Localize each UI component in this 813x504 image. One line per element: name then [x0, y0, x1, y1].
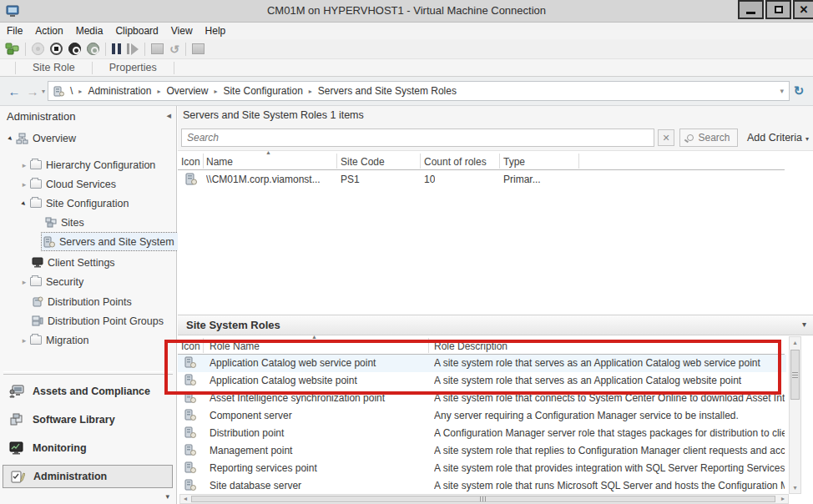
back-button[interactable]: ← — [5, 82, 23, 100]
scroll-up-icon[interactable]: ▴ — [790, 337, 800, 348]
column-count-of-roles[interactable]: Count of roles — [424, 156, 487, 168]
tab-properties[interactable]: Properties — [93, 62, 174, 73]
servers-table-header: Icon ▲ Name Site Code Count of roles Typ… — [178, 152, 785, 170]
sidebar-item-security[interactable]: ▸ Security — [20, 273, 83, 290]
ctrl-alt-del-icon[interactable] — [5, 43, 19, 55]
role-row-distribution-point[interactable]: Distribution point A Configuration Manag… — [178, 425, 786, 442]
column-name[interactable]: Name — [206, 156, 233, 168]
search-input[interactable] — [181, 129, 654, 147]
workspace-splitter[interactable] — [3, 371, 173, 375]
sidebar-item-label: Distribution Points — [48, 296, 132, 308]
sidebar-item-cloud-services[interactable]: ▸ Cloud Services — [20, 175, 116, 193]
start-vm-icon[interactable] — [32, 43, 44, 55]
sidebar-item-client-settings[interactable]: Client Settings — [30, 254, 115, 271]
clear-search-icon[interactable]: ✕ — [658, 129, 674, 146]
vertical-scrollbar-thumb[interactable] — [790, 350, 800, 400]
search-bar: ✕ Search Add Criteria▾ — [178, 125, 813, 151]
scroll-right-icon[interactable]: ▸ — [778, 495, 788, 503]
cell-site-code: PS1 — [341, 174, 360, 185]
breadcrumb-separator-icon: ▸ — [214, 88, 217, 95]
server-row[interactable]: \\CM01M.corp.viamonst... PS1 10 Primar..… — [178, 171, 785, 189]
scroll-left-icon[interactable]: ◂ — [180, 495, 190, 503]
workspace-administration[interactable]: Administration — [3, 465, 173, 488]
sidebar-item-overview[interactable]: ▸ Overview — [7, 129, 76, 147]
collapsed-icon[interactable]: ▸ — [20, 180, 28, 189]
search-button[interactable]: Search — [679, 129, 738, 147]
workspace-monitoring[interactable]: Monitoring — [3, 436, 173, 460]
revert-icon[interactable]: ↺ — [169, 43, 179, 55]
breadcrumb-overview[interactable]: Overview — [166, 85, 208, 97]
breadcrumb-administration[interactable]: Administration — [88, 85, 151, 97]
tab-site-role[interactable]: Site Role — [16, 62, 92, 73]
roles-panel-header[interactable]: Site System Roles ▾ — [178, 315, 813, 335]
role-row-site-database-server[interactable]: Site database server A site system role … — [178, 477, 786, 495]
workspace-software-library[interactable]: Software Library — [3, 408, 173, 431]
menu-media[interactable]: Media — [76, 25, 104, 37]
role-row-management-point[interactable]: Management point A site system role that… — [178, 442, 786, 460]
sidebar-item-hierarchy-configuration[interactable]: ▸ Hierarchy Configuration — [20, 156, 155, 174]
menu-file[interactable]: File — [7, 25, 23, 37]
vm-connection-window: CM01M on HYPERVHOST1 - Virtual Machine C… — [0, 0, 813, 504]
close-button[interactable]: ✕ — [793, 0, 813, 19]
history-dropdown-icon[interactable]: ▾ — [42, 88, 45, 95]
workspace-label: Administration — [33, 471, 107, 482]
sidebar-item-label: Migration — [46, 335, 88, 346]
menu-action[interactable]: Action — [35, 25, 63, 37]
menu-view[interactable]: View — [171, 25, 193, 37]
sidebar-item-label: Sites — [61, 217, 84, 229]
column-type[interactable]: Type — [503, 156, 525, 168]
collapse-sidebar-icon[interactable]: ◂ — [166, 110, 171, 123]
collapse-panel-icon[interactable]: ▾ — [802, 320, 806, 329]
horizontal-scrollbar[interactable]: ◂ ▸ — [179, 494, 789, 504]
breadcrumb[interactable]: \ ▸ Administration ▸ Overview ▸ Site Con… — [48, 81, 790, 101]
reset-vm-icon[interactable] — [127, 43, 139, 55]
column-icon[interactable]: Icon — [181, 156, 200, 168]
sidebar-item-distribution-point-groups[interactable]: Distribution Point Groups — [30, 312, 164, 330]
workspace-options-icon[interactable]: ▾ — [165, 492, 169, 501]
breadcrumb-separator-icon: ▸ — [78, 88, 82, 95]
breadcrumb-dropdown-icon[interactable]: ▾ — [780, 87, 784, 95]
console-body: Administration ◂ ▸ Overview ▸ Hierarchy … — [0, 106, 813, 504]
refresh-icon[interactable]: ↻ — [790, 83, 808, 98]
turn-off-vm-icon[interactable] — [50, 43, 63, 55]
sidebar-item-site-configuration[interactable]: ▸ Site Configuration — [20, 194, 129, 212]
forward-button[interactable]: → — [23, 82, 42, 100]
enhanced-session-icon[interactable] — [192, 43, 205, 54]
collapsed-icon[interactable]: ▸ — [20, 278, 28, 286]
checkpoint-icon[interactable] — [151, 43, 164, 54]
cell-type: Primar... — [503, 174, 541, 185]
sidebar-item-distribution-points[interactable]: Distribution Points — [30, 293, 132, 310]
vertical-scrollbar[interactable]: ▴ ▾ — [789, 336, 801, 494]
sidebar-title: Administration — [7, 110, 75, 123]
breadcrumb-servers-roles[interactable]: Servers and Site System Roles — [318, 85, 457, 97]
maximize-button[interactable] — [765, 0, 791, 19]
annotation-rectangle — [164, 340, 781, 395]
save-vm-icon[interactable] — [87, 43, 99, 55]
sidebar-item-sites[interactable]: Sites — [43, 214, 84, 231]
site-server-icon — [184, 173, 197, 188]
horizontal-scrollbar-thumb[interactable] — [191, 496, 775, 502]
minimize-button[interactable] — [738, 0, 764, 19]
collapsed-icon[interactable]: ▸ — [20, 336, 28, 345]
breadcrumb-site-configuration[interactable]: Site Configuration — [223, 85, 302, 97]
server-icon — [42, 236, 56, 248]
workspace-assets-and-compliance[interactable]: Assets and Compliance — [3, 380, 173, 403]
menu-clipboard[interactable]: Clipboard — [115, 25, 158, 37]
role-name: Distribution point — [210, 427, 422, 439]
shut-down-vm-icon[interactable] — [68, 43, 81, 55]
cell-count: 10 — [424, 174, 435, 185]
monitoring-icon — [9, 441, 24, 455]
role-description: A site system role that runs Microsoft S… — [434, 480, 785, 491]
role-row-component-server[interactable]: Component server Any server requiring a … — [178, 407, 786, 425]
pause-vm-icon[interactable] — [112, 43, 121, 54]
role-row-reporting-services-point[interactable]: Reporting services point A site system r… — [178, 460, 786, 477]
column-site-code[interactable]: Site Code — [341, 156, 385, 168]
menu-help[interactable]: Help — [205, 25, 226, 37]
breadcrumb-root[interactable]: \ — [70, 85, 73, 97]
breadcrumb-separator-icon: ▸ — [157, 88, 160, 95]
scroll-down-icon[interactable]: ▾ — [790, 482, 800, 493]
add-criteria-button[interactable]: Add Criteria▾ — [747, 132, 809, 144]
collapsed-icon[interactable]: ▸ — [20, 161, 28, 169]
sidebar-item-servers-and-site-system[interactable]: Servers and Site System — [42, 233, 178, 250]
sidebar-item-migration[interactable]: ▸ Migration — [20, 331, 88, 349]
